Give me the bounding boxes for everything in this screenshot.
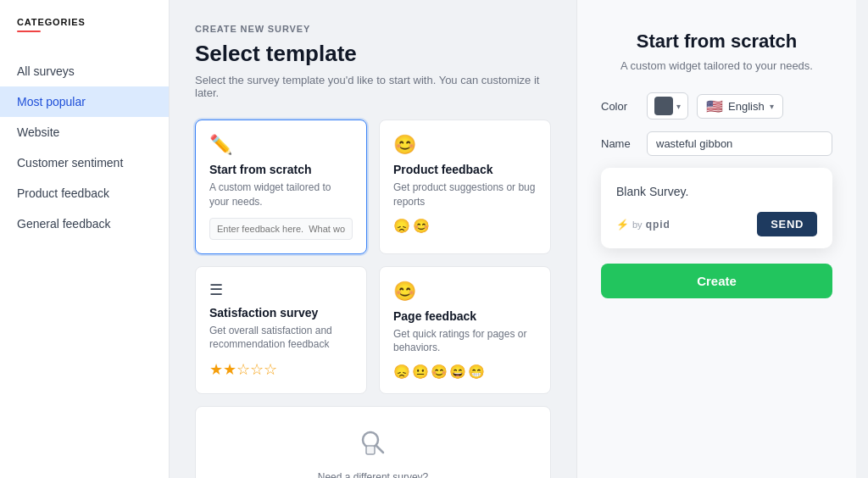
main-content: CREATE NEW SURVEY Select template Select… <box>170 0 576 478</box>
product-feedback-desc: Get product suggestions or bug reports <box>393 181 537 209</box>
send-button[interactable]: SEND <box>757 212 817 236</box>
svg-line-1 <box>376 446 383 453</box>
preview-blank-text: Blank Survey. <box>616 185 817 198</box>
satisfaction-title: Satisfaction survey <box>209 306 353 320</box>
categories-label: CATEGORIES <box>17 17 152 27</box>
flag-icon: 🇺🇸 <box>706 98 723 114</box>
language-chevron-icon: ▾ <box>770 102 774 111</box>
right-panel-subtitle: A custom widget tailored to your needs. <box>601 59 832 72</box>
language-label: English <box>728 100 765 113</box>
color-config-row: Color ▾ 🇺🇸 English ▾ <box>601 92 832 119</box>
right-panel-title: Start from scratch <box>601 31 832 53</box>
create-new-survey-label: CREATE NEW SURVEY <box>195 24 551 34</box>
sidebar-item-most-popular[interactable]: Most popular <box>0 86 169 117</box>
search-icon <box>358 427 388 464</box>
language-picker[interactable]: 🇺🇸 English ▾ <box>697 94 783 119</box>
scratch-desc: A custom widget tailored to your needs. <box>209 181 353 209</box>
product-feedback-icon: 😊 <box>393 134 537 156</box>
product-feedback-emojis: 😞😊 <box>393 218 537 234</box>
scratch-title: Start from scratch <box>209 163 353 176</box>
name-config-row: Name <box>601 131 832 156</box>
sidebar-item-general-feedback[interactable]: General feedback <box>0 208 169 239</box>
sidebar: CATEGORIES All surveys Most popular Webs… <box>0 0 170 478</box>
page-feedback-desc: Get quick ratings for pages or behaviors… <box>393 327 537 356</box>
preview-widget: Blank Survey. ⚡ by qpid SEND <box>601 168 832 248</box>
preview-footer: ⚡ by qpid SEND <box>616 212 817 236</box>
bolt-icon: ⚡ <box>616 219 629 231</box>
page-title: Select template <box>195 41 551 67</box>
template-grid: ✏️ Start from scratch A custom widget ta… <box>195 119 551 478</box>
page-feedback-title: Page feedback <box>393 309 537 323</box>
page-feedback-icon: 😊 <box>393 281 537 303</box>
powered-by-text: by <box>632 220 643 230</box>
page-feedback-emojis: 😞😐😊😄😁 <box>393 364 537 380</box>
svg-rect-2 <box>366 446 375 454</box>
satisfaction-icon: ☰ <box>209 281 353 299</box>
name-label: Name <box>601 137 638 150</box>
sidebar-item-all-surveys[interactable]: All surveys <box>0 56 169 86</box>
powered-by: ⚡ by qpid <box>616 219 670 231</box>
color-swatch <box>654 97 673 115</box>
satisfaction-desc: Get overall satisfaction and recommendat… <box>209 324 353 353</box>
scratch-preview-input[interactable] <box>209 218 353 240</box>
categories-underline <box>17 31 41 32</box>
scratch-icon: ✏️ <box>209 134 353 156</box>
create-button[interactable]: Create <box>601 264 832 298</box>
color-label: Color <box>601 100 638 113</box>
sidebar-item-website[interactable]: Website <box>0 117 169 147</box>
different-survey-label: Need a different survey? <box>318 470 429 478</box>
color-picker[interactable]: ▾ <box>647 92 688 119</box>
template-card-different-survey[interactable]: Need a different survey? Let us know. <box>195 406 551 478</box>
brand-logo: qpid <box>646 219 670 231</box>
sidebar-item-product-feedback[interactable]: Product feedback <box>0 178 169 208</box>
product-feedback-title: Product feedback <box>393 163 537 176</box>
chevron-down-icon: ▾ <box>676 102 681 111</box>
template-card-product-feedback[interactable]: 😊 Product feedback Get product suggestio… <box>379 119 551 254</box>
right-panel: Start from scratch A custom widget tailo… <box>576 0 856 478</box>
template-card-page-feedback[interactable]: 😊 Page feedback Get quick ratings for pa… <box>379 266 551 395</box>
satisfaction-stars: ★★☆☆☆ <box>209 360 353 379</box>
template-card-satisfaction-survey[interactable]: ☰ Satisfaction survey Get overall satisf… <box>195 266 367 395</box>
sidebar-item-customer-sentiment[interactable]: Customer sentiment <box>0 147 169 178</box>
sidebar-categories: CATEGORIES <box>0 17 169 56</box>
name-input[interactable] <box>647 131 832 156</box>
page-subtitle: Select the survey template you'd like to… <box>195 74 551 99</box>
template-card-start-from-scratch[interactable]: ✏️ Start from scratch A custom widget ta… <box>195 119 367 254</box>
